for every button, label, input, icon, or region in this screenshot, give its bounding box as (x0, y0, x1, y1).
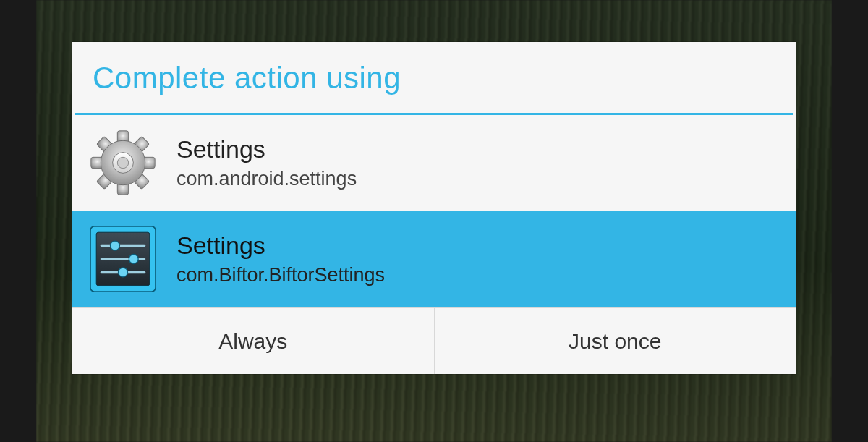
gear-icon (88, 128, 158, 197)
app-package-label: com.android.settings (176, 168, 357, 190)
complete-action-dialog: Complete action using (72, 42, 796, 374)
just-once-button[interactable]: Just once (434, 308, 796, 374)
pillarbox-right (832, 0, 868, 442)
pillarbox-left (0, 0, 36, 442)
sliders-icon (88, 224, 158, 294)
app-name-label: Settings (176, 135, 357, 163)
always-button[interactable]: Always (72, 308, 434, 374)
svg-point-16 (111, 241, 120, 250)
svg-point-18 (119, 268, 128, 277)
svg-point-10 (117, 157, 128, 168)
app-name-label: Settings (176, 231, 385, 260)
app-text: Settings com.android.settings (176, 135, 357, 190)
dialog-title: Complete action using (72, 42, 796, 113)
app-chooser-list: Settings com.android.settings (72, 115, 796, 307)
svg-point-17 (129, 255, 138, 264)
dialog-button-bar: Always Just once (72, 307, 796, 374)
app-text: Settings com.Biftor.BiftorSettings (176, 231, 385, 286)
app-row-android-settings[interactable]: Settings com.android.settings (72, 115, 796, 211)
app-package-label: com.Biftor.BiftorSettings (176, 264, 385, 286)
app-row-biftor-settings[interactable]: Settings com.Biftor.BiftorSettings (72, 211, 796, 307)
